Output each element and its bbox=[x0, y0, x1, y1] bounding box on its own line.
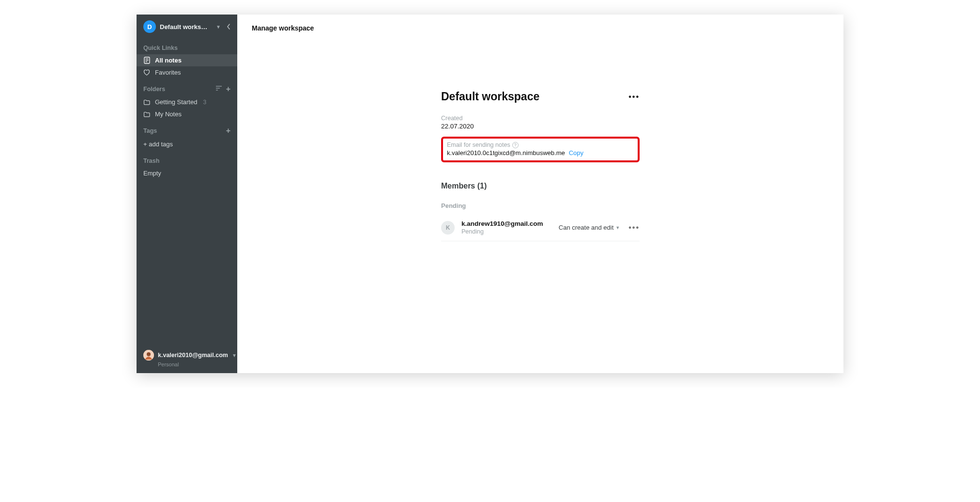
chevron-down-icon: ▼ bbox=[216, 24, 221, 30]
workspace-title: Default workspace bbox=[441, 90, 539, 103]
member-info: k.andrew1910@gmail.com Pending bbox=[461, 220, 559, 235]
member-more-button[interactable]: ••• bbox=[628, 223, 640, 232]
quick-links-list: All notes Favorites bbox=[137, 54, 237, 78]
svg-point-8 bbox=[147, 352, 151, 356]
folder-count: 3 bbox=[203, 99, 206, 106]
sidebar-item-label: My Notes bbox=[155, 110, 182, 118]
folder-item-my-notes[interactable]: My Notes bbox=[137, 108, 237, 120]
pending-heading: Pending bbox=[441, 202, 640, 209]
created-date: 22.07.2020 bbox=[441, 123, 640, 130]
sidebar-item-favorites[interactable]: Favorites bbox=[137, 66, 237, 78]
user-plan-label: Personal bbox=[137, 361, 237, 373]
trash-heading: Trash bbox=[137, 151, 237, 167]
chevron-down-icon: ▼ bbox=[232, 353, 237, 358]
copy-button[interactable]: Copy bbox=[569, 149, 583, 157]
main-pane: Manage workspace Default workspace ••• C… bbox=[237, 15, 843, 373]
sidebar-item-label: All notes bbox=[155, 57, 182, 64]
sidebar-item-label: Favorites bbox=[155, 69, 181, 76]
workspace-settings-panel: Default workspace ••• Created 22.07.2020… bbox=[441, 90, 640, 241]
created-label: Created bbox=[441, 115, 640, 122]
email-notes-label: Email for sending notes bbox=[447, 141, 510, 148]
trash-list: Empty bbox=[137, 167, 237, 179]
add-tags-link[interactable]: + add tags bbox=[137, 138, 237, 151]
page-title: Manage workspace bbox=[237, 15, 843, 32]
sidebar: D Default works… ▼ Quick Links All notes… bbox=[137, 15, 237, 373]
member-status: Pending bbox=[461, 228, 559, 235]
email-for-notes-highlight: Email for sending notes ? k.valeri2010.0… bbox=[441, 137, 640, 162]
sort-icon[interactable] bbox=[215, 85, 222, 93]
sidebar-item-all-notes[interactable]: All notes bbox=[137, 54, 237, 66]
folder-icon bbox=[143, 111, 150, 118]
member-row: K k.andrew1910@gmail.com Pending Can cre… bbox=[441, 220, 640, 241]
add-folder-button[interactable]: + bbox=[226, 85, 230, 93]
workspace-switcher[interactable]: D Default works… ▼ bbox=[137, 15, 237, 38]
member-avatar: K bbox=[441, 221, 455, 235]
member-role-label: Can create and edit bbox=[559, 224, 613, 231]
collapse-sidebar-button[interactable] bbox=[225, 24, 232, 30]
note-icon bbox=[143, 57, 150, 64]
add-tag-button[interactable]: + bbox=[226, 127, 230, 135]
member-role-dropdown[interactable]: Can create and edit ▼ bbox=[559, 224, 620, 231]
help-icon[interactable]: ? bbox=[512, 142, 519, 148]
members-heading: Members (1) bbox=[441, 182, 640, 190]
folders-heading: Folders + bbox=[137, 78, 237, 96]
workspace-more-button[interactable]: ••• bbox=[628, 93, 640, 101]
folder-item-getting-started[interactable]: Getting Started 3 bbox=[137, 96, 237, 108]
workspace-name: Default works… bbox=[160, 23, 212, 31]
trash-empty-item[interactable]: Empty bbox=[137, 167, 237, 179]
quick-links-heading: Quick Links bbox=[137, 38, 237, 54]
heart-icon bbox=[143, 69, 150, 76]
workspace-avatar: D bbox=[143, 20, 156, 33]
email-notes-value: k.valeri2010.0c1tgixcd@m.nimbusweb.me bbox=[447, 149, 565, 157]
folder-icon bbox=[143, 99, 150, 106]
chevron-down-icon: ▼ bbox=[615, 225, 620, 230]
avatar bbox=[143, 350, 154, 361]
folders-list: Getting Started 3 My Notes bbox=[137, 96, 237, 120]
member-email: k.andrew1910@gmail.com bbox=[461, 220, 559, 227]
sidebar-item-label: Getting Started bbox=[155, 98, 197, 106]
tags-heading: Tags + bbox=[137, 120, 237, 138]
app-container: D Default works… ▼ Quick Links All notes… bbox=[137, 15, 843, 373]
sidebar-item-label: Empty bbox=[143, 170, 161, 177]
user-email-label: k.valeri2010@gmail.com bbox=[158, 352, 228, 359]
